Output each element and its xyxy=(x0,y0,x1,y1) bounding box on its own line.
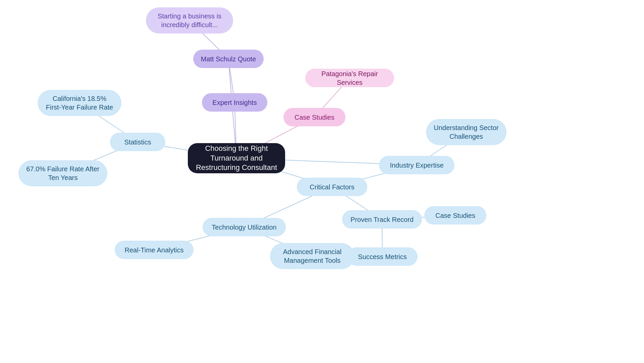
node-critical-factors-label: Critical Factors xyxy=(310,183,354,191)
node-success-metrics-label: Success Metrics xyxy=(358,252,407,261)
node-technology-util[interactable]: Technology Utilization xyxy=(203,218,286,236)
node-starting-business-label: Starting a business is incredibly diffic… xyxy=(153,12,226,29)
node-real-time-label: Real-Time Analytics xyxy=(125,246,184,254)
node-starting-business[interactable]: Starting a business is incredibly diffic… xyxy=(146,7,233,34)
node-understanding-sector-label: Understanding Sector Challenges xyxy=(433,123,499,141)
node-patagonia[interactable]: Patagonia's Repair Services xyxy=(305,69,394,87)
node-california-label: California's 18.5% First-Year Failure Ra… xyxy=(45,94,114,112)
node-critical-factors[interactable]: Critical Factors xyxy=(297,178,367,196)
node-case-studies-blue[interactable]: Case Studies xyxy=(424,206,486,225)
node-case-studies-pink-label: Case Studies xyxy=(294,113,334,122)
node-real-time[interactable]: Real-Time Analytics xyxy=(115,241,194,259)
node-success-metrics[interactable]: Success Metrics xyxy=(347,247,418,266)
node-expert-insights-label: Expert Insights xyxy=(212,98,257,107)
node-failure-ten[interactable]: 67.0% Failure Rate After Ten Years xyxy=(18,160,107,186)
node-advanced-financial[interactable]: Advanced Financial Management Tools xyxy=(270,243,355,269)
node-proven-track-label: Proven Track Record xyxy=(351,215,414,224)
node-center-label: Choosing the Right Turnaround and Restru… xyxy=(195,144,278,173)
node-understanding-sector[interactable]: Understanding Sector Challenges xyxy=(426,119,506,145)
node-center[interactable]: Choosing the Right Turnaround and Restru… xyxy=(188,143,285,173)
node-patagonia-label: Patagonia's Repair Services xyxy=(313,69,387,87)
node-industry-expertise-label: Industry Expertise xyxy=(390,161,443,170)
node-failure-ten-label: 67.0% Failure Rate After Ten Years xyxy=(26,165,100,182)
node-case-studies-blue-label: Case Studies xyxy=(435,211,475,220)
node-statistics[interactable]: Statistics xyxy=(110,133,165,151)
node-proven-track[interactable]: Proven Track Record xyxy=(342,210,422,229)
node-advanced-financial-label: Advanced Financial Management Tools xyxy=(277,247,347,265)
node-statistics-label: Statistics xyxy=(124,138,151,146)
node-technology-util-label: Technology Utilization xyxy=(212,223,276,232)
node-matt-quote-label: Matt Schulz Quote xyxy=(201,55,256,63)
node-matt-quote[interactable]: Matt Schulz Quote xyxy=(193,50,264,68)
node-expert-insights[interactable]: Expert Insights xyxy=(202,93,267,112)
node-california[interactable]: California's 18.5% First-Year Failure Ra… xyxy=(38,90,121,116)
node-case-studies-pink[interactable]: Case Studies xyxy=(283,108,345,126)
node-industry-expertise[interactable]: Industry Expertise xyxy=(379,156,454,174)
